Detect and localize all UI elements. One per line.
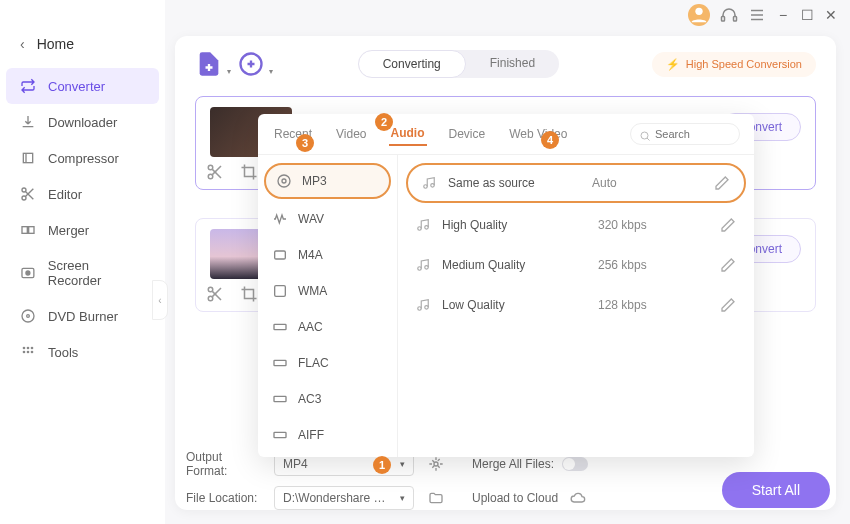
merge-toggle[interactable]	[562, 457, 588, 471]
svg-point-29	[208, 296, 213, 301]
format-mp3[interactable]: MP3	[266, 165, 389, 197]
sidebar-item-screen-recorder[interactable]: Screen Recorder	[0, 248, 165, 298]
sidebar-item-compressor[interactable]: Compressor	[0, 140, 165, 176]
sidebar-item-editor[interactable]: Editor	[0, 176, 165, 212]
quality-high[interactable]: High Quality 320 kbps	[398, 205, 754, 245]
music-icon	[422, 176, 436, 190]
scissors-icon	[20, 186, 36, 202]
format-m4a[interactable]: M4A	[258, 237, 397, 273]
headset-icon[interactable]	[720, 6, 738, 24]
format-wma[interactable]: WMA	[258, 273, 397, 309]
music-icon	[416, 298, 430, 312]
svg-point-8	[22, 196, 26, 200]
home-label: Home	[37, 36, 74, 52]
sidebar-item-label: Merger	[48, 223, 89, 238]
chevron-down-icon: ▾	[269, 67, 273, 76]
svg-point-50	[434, 462, 438, 466]
folder-icon[interactable]	[428, 490, 444, 506]
sidebar-item-label: Screen Recorder	[48, 258, 145, 288]
minimize-button[interactable]: −	[776, 8, 790, 22]
format-aac[interactable]: AAC	[258, 309, 397, 345]
quality-low[interactable]: Low Quality 128 kbps	[398, 285, 754, 325]
dd-tab-audio[interactable]: Audio	[389, 122, 427, 146]
file-location-label: File Location:	[186, 491, 266, 505]
avatar[interactable]	[688, 4, 710, 26]
chevron-down-icon: ▾	[400, 459, 405, 469]
disc-icon	[20, 308, 36, 324]
badge-4: 4	[541, 131, 559, 149]
format-flac[interactable]: FLAC	[258, 345, 397, 381]
search-input[interactable]	[655, 128, 725, 140]
edit-icon[interactable]	[720, 297, 736, 313]
edit-icon[interactable]	[720, 257, 736, 273]
audio-icon	[272, 355, 288, 371]
svg-point-32	[641, 132, 648, 139]
home-link[interactable]: ‹ Home	[0, 30, 165, 68]
file-location-select[interactable]: D:\Wondershare UniConverter 1 ▾	[274, 486, 414, 510]
cloud-icon[interactable]	[570, 490, 586, 506]
dd-tab-device[interactable]: Device	[447, 123, 488, 145]
sidebar-item-tools[interactable]: Tools	[0, 334, 165, 370]
badge-3: 3	[296, 134, 314, 152]
sidebar-item-downloader[interactable]: Downloader	[0, 104, 165, 140]
tab-converting[interactable]: Converting	[358, 50, 466, 78]
trim-icon[interactable]	[206, 163, 224, 181]
svg-point-21	[27, 351, 30, 354]
badge-2: 2	[375, 113, 393, 131]
dd-tab-video[interactable]: Video	[334, 123, 368, 145]
edit-icon[interactable]	[714, 175, 730, 191]
audio-icon	[272, 211, 288, 227]
audio-icon	[272, 283, 288, 299]
trim-icon[interactable]	[206, 285, 224, 303]
svg-line-33	[647, 138, 650, 141]
edit-icon[interactable]	[720, 217, 736, 233]
quality-medium[interactable]: Medium Quality 256 kbps	[398, 245, 754, 285]
sidebar-item-dvd-burner[interactable]: DVD Burner	[0, 298, 165, 334]
settings-icon[interactable]	[428, 456, 444, 472]
svg-rect-1	[722, 17, 725, 22]
dropdown-search[interactable]	[630, 123, 740, 145]
audio-icon	[272, 247, 288, 263]
maximize-button[interactable]: ☐	[800, 8, 814, 22]
titlebar: − ☐ ✕	[688, 4, 838, 26]
svg-rect-2	[734, 17, 737, 22]
status-segment: Converting Finished	[358, 50, 559, 78]
dd-tab-web-video[interactable]: Web Video	[507, 123, 569, 145]
compress-icon	[20, 150, 36, 166]
sidebar-item-label: DVD Burner	[48, 309, 118, 324]
close-button[interactable]: ✕	[824, 8, 838, 22]
svg-point-16	[27, 315, 30, 318]
merge-icon	[20, 222, 36, 238]
download-icon	[20, 114, 36, 130]
svg-rect-11	[22, 227, 27, 234]
sidebar-item-label: Converter	[48, 79, 105, 94]
format-aiff[interactable]: AIFF	[258, 417, 397, 453]
sidebar-item-converter[interactable]: Converter	[6, 68, 159, 104]
menu-icon[interactable]	[748, 6, 766, 24]
search-icon	[639, 128, 651, 140]
chevron-down-icon: ▾	[227, 67, 231, 76]
add-dvd-button[interactable]: ▾	[237, 50, 265, 78]
svg-rect-36	[275, 251, 286, 259]
format-list: MP3 WAV M4A WMA AAC FLAC AC3 AIFF	[258, 155, 398, 457]
svg-point-18	[27, 347, 30, 350]
bolt-icon: ⚡	[666, 58, 680, 71]
tab-finished[interactable]: Finished	[466, 50, 559, 78]
format-wav[interactable]: WAV	[258, 201, 397, 237]
crop-icon[interactable]	[240, 285, 258, 303]
bottom-bar: Output Format: MP4 ▾ Merge All Files: Fi…	[186, 450, 830, 510]
svg-point-43	[431, 184, 435, 188]
svg-rect-37	[275, 286, 286, 297]
svg-point-35	[282, 179, 286, 183]
format-ac3[interactable]: AC3	[258, 381, 397, 417]
high-speed-conversion-button[interactable]: ⚡ High Speed Conversion	[652, 52, 816, 77]
collapse-sidebar-handle[interactable]: ‹	[152, 280, 168, 320]
start-all-button[interactable]: Start All	[722, 472, 830, 508]
svg-point-15	[22, 310, 34, 322]
svg-rect-41	[274, 432, 286, 437]
sidebar-item-merger[interactable]: Merger	[0, 212, 165, 248]
svg-point-34	[278, 175, 290, 187]
add-file-button[interactable]: ▾	[195, 50, 223, 78]
quality-same-as-source[interactable]: Same as source Auto	[408, 165, 744, 201]
crop-icon[interactable]	[240, 163, 258, 181]
